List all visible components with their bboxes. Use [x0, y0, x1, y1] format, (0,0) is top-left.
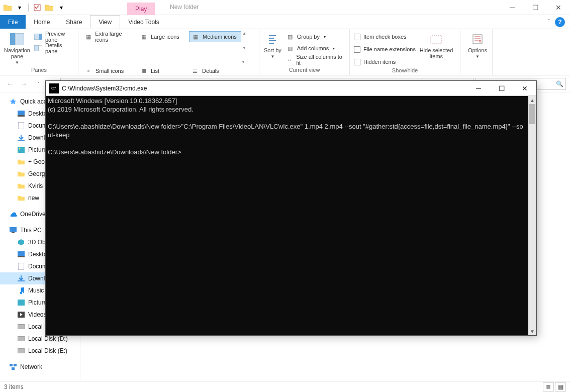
layout-extra-large[interactable]: ▦Extra large icons — [82, 31, 137, 42]
tab-view[interactable]: View — [90, 15, 120, 29]
downloads-icon — [17, 274, 25, 282]
nav-back-button[interactable]: ← — [4, 78, 16, 90]
add-columns-button[interactable]: ▥Add columns▾ — [284, 43, 345, 54]
scroll-down-icon[interactable]: ▼ — [528, 327, 536, 335]
qat-dropdown[interactable]: ▾ — [14, 2, 25, 13]
scroll-thumb[interactable] — [529, 104, 535, 124]
tab-video-tools[interactable]: Video Tools — [120, 15, 167, 29]
svg-rect-22 — [18, 280, 25, 281]
tab-file[interactable]: File — [0, 15, 26, 29]
cmd-close-button[interactable]: ✕ — [513, 81, 536, 96]
hide-selected-label: Hide selected items — [418, 47, 455, 59]
minimize-button[interactable]: ─ — [501, 0, 524, 15]
group-by-button[interactable]: ▥Group by▾ — [284, 31, 345, 42]
music-icon — [17, 286, 25, 295]
ribbon-panel: Navigation pane ▼ Preview pane Details p… — [0, 29, 570, 75]
navigation-pane-button[interactable]: Navigation pane ▼ — [4, 31, 30, 65]
tab-home[interactable]: Home — [26, 15, 58, 29]
options-label: Options — [468, 47, 487, 53]
check-hidden-items[interactable]: Hidden items — [354, 56, 416, 67]
view-details-icon[interactable]: ≣ — [543, 382, 554, 391]
cmd-maximize-button[interactable]: ☐ — [490, 81, 513, 96]
sort-by-button[interactable]: Sort by ▼ — [263, 31, 282, 59]
preview-pane-button[interactable]: Preview pane — [32, 31, 74, 42]
folder-icon — [17, 194, 25, 202]
collapse-ribbon-icon[interactable]: ˆ — [548, 19, 550, 26]
ribbon-tabs: File Home Share View Video Tools ˆ ? — [0, 15, 570, 29]
drive-icon — [17, 347, 25, 355]
network-icon — [9, 363, 17, 371]
cmd-window-controls: ─ ☐ ✕ — [467, 81, 536, 96]
cmd-line: (c) 2019 Microsoft Corporation. All righ… — [48, 106, 194, 113]
cmd-titlebar[interactable]: C:\ C:\Windows\System32\cmd.exe ─ ☐ ✕ — [46, 81, 536, 96]
cmd-minimize-button[interactable]: ─ — [467, 81, 490, 96]
svg-rect-8 — [431, 35, 442, 43]
contextual-tab-play[interactable]: Play — [127, 3, 155, 15]
svg-rect-19 — [18, 251, 25, 256]
qat-newfolder-icon[interactable] — [44, 2, 55, 13]
svg-rect-14 — [18, 140, 25, 141]
hide-selected-button[interactable]: Hide selected items — [418, 31, 455, 59]
scroll-up-icon[interactable]: ▲ — [528, 96, 536, 104]
layout-large[interactable]: ▦Large icons — [138, 31, 188, 42]
nav-recent-dropdown[interactable]: ˅ — [32, 78, 44, 90]
folder-icon — [17, 158, 25, 166]
maximize-button[interactable]: ☐ — [524, 0, 547, 15]
cmd-prompt: C:\Users\e.abashidze\Downloads\New folde… — [48, 148, 181, 156]
check-item-check-boxes[interactable]: Item check boxes — [354, 31, 416, 42]
layout-list[interactable]: ≣List — [138, 65, 188, 76]
svg-rect-25 — [18, 324, 25, 329]
group-label-showhide: Show/hide — [354, 67, 456, 74]
svg-rect-1 — [10, 33, 15, 45]
help-button[interactable]: ? — [555, 17, 565, 27]
close-button[interactable]: ✕ — [547, 0, 570, 15]
svg-rect-29 — [14, 364, 17, 366]
explorer-titlebar: ▾ ▾ Play New folder ─ ☐ ✕ — [0, 0, 570, 15]
status-bar: 3 items ≣ ▦ — [0, 381, 570, 392]
nav-forward-button[interactable]: → — [18, 78, 30, 90]
size-all-columns-button[interactable]: ↔Size all columns to fit — [284, 54, 345, 65]
cmd-line: C:\Users\e.abashidze\Downloads\New folde… — [48, 123, 523, 139]
qat-separator — [28, 4, 29, 12]
cmd-line: Microsoft Windows [Version 10.0.18362.65… — [48, 97, 177, 105]
desktop-icon — [17, 110, 25, 118]
layout-details[interactable]: ☰Details — [189, 65, 241, 76]
quick-access-toolbar: ▾ ▾ — [0, 2, 67, 13]
explorer-window-controls: ─ ☐ ✕ — [501, 0, 570, 15]
svg-rect-30 — [12, 367, 15, 370]
navigation-pane-label: Navigation pane — [4, 47, 30, 59]
documents-icon — [17, 262, 25, 270]
check-file-name-extensions[interactable]: File name extensions — [354, 44, 416, 55]
desktop-icon — [17, 250, 25, 258]
pictures-icon — [17, 299, 25, 307]
layout-medium[interactable]: ▦Medium icons — [189, 31, 241, 42]
ribbon-group-panes: Navigation pane ▼ Preview pane Details p… — [0, 29, 78, 75]
cmd-terminal[interactable]: Microsoft Windows [Version 10.0.18362.65… — [46, 96, 528, 335]
details-pane-button[interactable]: Details pane — [32, 43, 74, 54]
options-button[interactable]: Options ▼ — [464, 31, 491, 59]
cmd-body: Microsoft Windows [Version 10.0.18362.65… — [46, 96, 536, 335]
svg-rect-11 — [18, 111, 25, 115]
drive-icon — [17, 323, 25, 331]
svg-rect-2 — [16, 33, 24, 45]
svg-rect-17 — [10, 227, 17, 232]
layout-small[interactable]: ▫Small icons — [82, 65, 137, 76]
layout-scroll-up[interactable]: ▲ — [242, 31, 251, 36]
cmd-scrollbar[interactable]: ▲ ▼ — [528, 96, 536, 335]
contextual-tab-group: Play — [127, 0, 155, 15]
layout-scroll-down[interactable]: ▼ — [242, 46, 251, 50]
dropdown-glyph: ▾ — [18, 4, 21, 11]
layout-more[interactable]: ▾ — [242, 60, 251, 64]
svg-rect-6 — [39, 45, 42, 51]
svg-rect-23 — [18, 300, 25, 306]
view-large-icon[interactable]: ▦ — [555, 382, 566, 391]
svg-rect-27 — [18, 348, 25, 353]
sidebar-local-e[interactable]: Local Disk (E:) — [0, 345, 80, 357]
app-folder-icon — [2, 2, 13, 13]
qat-customize-dropdown[interactable]: ▾ — [56, 2, 67, 13]
tab-share[interactable]: Share — [58, 15, 90, 29]
window-title: New folder — [170, 4, 199, 11]
qat-properties-icon[interactable] — [32, 2, 43, 13]
sidebar-network[interactable]: Network — [0, 361, 80, 373]
dropdown-glyph: ▾ — [60, 4, 63, 11]
